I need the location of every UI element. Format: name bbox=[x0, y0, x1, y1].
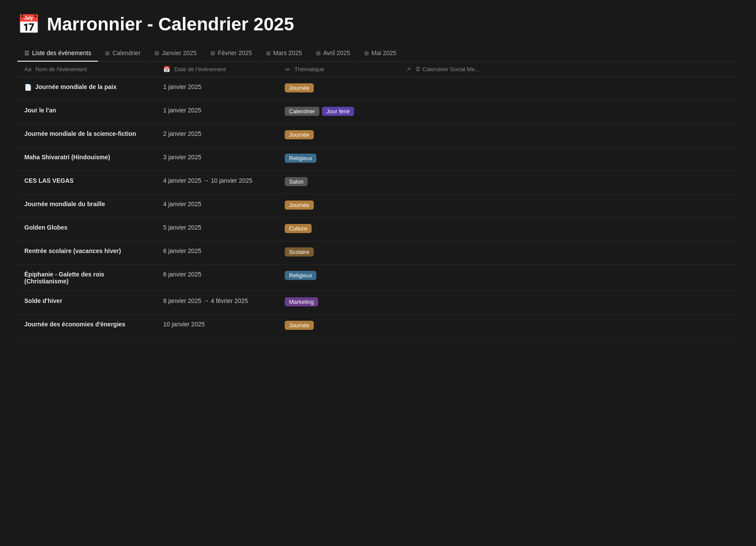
event-social-cell bbox=[399, 101, 739, 124]
event-social-cell bbox=[399, 171, 739, 194]
table-header-row: Aa Nom de l'événement 📅 Date de l'événem… bbox=[17, 62, 739, 77]
event-date-cell: 4 janvier 2025 → 10 janvier 2025 bbox=[156, 171, 278, 194]
tab-janvier[interactable]: ⊞ Janvier 2025 bbox=[148, 45, 204, 62]
tab-liste-icon: ☰ bbox=[24, 50, 30, 56]
tab-calendrier[interactable]: ⊞ Calendrier bbox=[98, 45, 148, 62]
tab-mai[interactable]: ⊞ Mai 2025 bbox=[357, 45, 404, 62]
badge-religieux: Religieux bbox=[285, 271, 316, 280]
col-header-thematique: ≔ Thématique bbox=[278, 62, 399, 77]
table-row[interactable]: Journée mondiale de la science-fiction2 … bbox=[17, 124, 739, 148]
badge-calendrier: Calendrier bbox=[285, 107, 319, 116]
events-table: Aa Nom de l'événement 📅 Date de l'événem… bbox=[17, 62, 739, 338]
event-name-cell: CES LAS VEGAS bbox=[17, 171, 156, 194]
header: 📅 Marronnier - Calendrier 2025 bbox=[17, 14, 739, 35]
event-name-text: Rentrée scolaire (vacances hiver) bbox=[24, 247, 121, 254]
event-social-cell bbox=[399, 241, 739, 265]
tabs-bar: ☰ Liste des événements ⊞ Calendrier ⊞ Ja… bbox=[17, 45, 739, 62]
badge-journee: Journée bbox=[285, 321, 314, 330]
table-row[interactable]: 📄Journée mondiale de la paix1 janvier 20… bbox=[17, 77, 739, 101]
tab-mai-icon: ⊞ bbox=[364, 50, 369, 56]
event-name: Journée mondiale du braille bbox=[24, 201, 149, 207]
tab-liste[interactable]: ☰ Liste des événements bbox=[17, 45, 98, 62]
event-name-text: Journée mondiale du braille bbox=[24, 201, 105, 207]
event-thematique-cell: Religieux bbox=[278, 265, 399, 291]
badge-journee: Journée bbox=[285, 201, 314, 210]
table-row[interactable]: Journée mondiale du braille4 janvier 202… bbox=[17, 194, 739, 218]
event-date-cell: 3 janvier 2025 bbox=[156, 148, 278, 171]
event-name-cell: 📄Journée mondiale de la paix bbox=[17, 77, 156, 101]
event-date-cell: 5 janvier 2025 bbox=[156, 218, 278, 241]
event-thematique-cell: Journée bbox=[278, 194, 399, 218]
badge-scolaire: Scolaire bbox=[285, 247, 314, 257]
table-row[interactable]: Journée des économies d'énergies10 janvi… bbox=[17, 315, 739, 338]
badge-jour-ferie: Jour férié bbox=[322, 107, 354, 116]
event-date-cell: 6 janvier 2025 bbox=[156, 241, 278, 265]
event-name: Épiphanie - Galette des rois (Christiani… bbox=[24, 271, 149, 285]
event-name: CES LAS VEGAS bbox=[24, 177, 149, 184]
event-date-cell: 6 janvier 2025 bbox=[156, 265, 278, 291]
event-name-cell: Solde d'hiver bbox=[17, 291, 156, 315]
tab-fevrier-label: Février 2025 bbox=[218, 49, 252, 56]
event-name-text: CES LAS VEGAS bbox=[24, 177, 74, 184]
table-row[interactable]: Rentrée scolaire (vacances hiver)6 janvi… bbox=[17, 241, 739, 265]
col-thematique-icon: ≔ bbox=[285, 66, 290, 72]
badge-journee: Journée bbox=[285, 130, 314, 139]
event-thematique-cell: Journée bbox=[278, 124, 399, 148]
event-name-cell: Journée mondiale de la science-fiction bbox=[17, 124, 156, 148]
event-thematique-cell: Religieux bbox=[278, 148, 399, 171]
event-thematique-cell: Marketing bbox=[278, 291, 399, 315]
events-table-container: Aa Nom de l'événement 📅 Date de l'événem… bbox=[17, 62, 739, 338]
event-name-cell: Épiphanie - Galette des rois (Christiani… bbox=[17, 265, 156, 291]
badge-culture: Culture bbox=[285, 224, 312, 233]
table-row[interactable]: Épiphanie - Galette des rois (Christiani… bbox=[17, 265, 739, 291]
event-social-cell bbox=[399, 124, 739, 148]
col-name-icon: Aa bbox=[24, 66, 31, 72]
event-thematique-cell: Salon bbox=[278, 171, 399, 194]
event-social-cell bbox=[399, 148, 739, 171]
event-date-cell: 2 janvier 2025 bbox=[156, 124, 278, 148]
tab-fevrier[interactable]: ⊞ Février 2025 bbox=[204, 45, 259, 62]
tab-mars[interactable]: ⊞ Mars 2025 bbox=[259, 45, 309, 62]
event-name-cell: Maha Shivaratri (Hindouisme) bbox=[17, 148, 156, 171]
badge-salon: Salon bbox=[285, 177, 308, 186]
table-row[interactable]: Golden Globes5 janvier 2025Culture bbox=[17, 218, 739, 241]
table-row[interactable]: CES LAS VEGAS4 janvier 2025 → 10 janvier… bbox=[17, 171, 739, 194]
event-social-cell bbox=[399, 315, 739, 338]
event-name-text: Journée des économies d'énergies bbox=[24, 321, 125, 328]
event-name-text: Golden Globes bbox=[24, 224, 68, 231]
event-name-text: Journée mondiale de la paix bbox=[35, 83, 117, 90]
tab-mai-label: Mai 2025 bbox=[371, 49, 397, 56]
col-social-icon: ↗ bbox=[406, 66, 411, 72]
badge-marketing: Marketing bbox=[285, 297, 318, 306]
event-name-text: Journée mondiale de la science-fiction bbox=[24, 130, 136, 137]
event-name: Journée mondiale de la science-fiction bbox=[24, 130, 149, 137]
tab-calendrier-icon: ⊞ bbox=[105, 50, 110, 56]
table-row[interactable]: Jour le l'an1 janvier 2025CalendrierJour… bbox=[17, 101, 739, 124]
event-thematique-cell: CalendrierJour férié bbox=[278, 101, 399, 124]
col-header-name: Aa Nom de l'événement bbox=[17, 62, 156, 77]
event-name: Journée des économies d'énergies bbox=[24, 321, 149, 328]
tab-mars-icon: ⊞ bbox=[266, 50, 271, 56]
tab-mars-label: Mars 2025 bbox=[273, 49, 302, 56]
event-thematique-cell: Journée bbox=[278, 315, 399, 338]
tab-liste-label: Liste des événements bbox=[32, 49, 91, 56]
event-name-text: Jour le l'an bbox=[24, 107, 56, 114]
event-name-cell: Jour le l'an bbox=[17, 101, 156, 124]
table-row[interactable]: Maha Shivaratri (Hindouisme)3 janvier 20… bbox=[17, 148, 739, 171]
doc-icon: 📄 bbox=[24, 84, 32, 91]
col-header-date: 📅 Date de l'événement bbox=[156, 62, 278, 77]
badge-religieux: Religieux bbox=[285, 154, 316, 163]
table-row[interactable]: Solde d'hiver8 janvier 2025 → 4 février … bbox=[17, 291, 739, 315]
event-date-cell: 4 janvier 2025 bbox=[156, 194, 278, 218]
event-date-cell: 8 janvier 2025 → 4 février 2025 bbox=[156, 291, 278, 315]
col-date-icon: 📅 bbox=[163, 66, 170, 72]
event-date-cell: 1 janvier 2025 bbox=[156, 77, 278, 101]
app-container: 📅 Marronnier - Calendrier 2025 ☰ Liste d… bbox=[0, 0, 756, 338]
event-name-text: Maha Shivaratri (Hindouisme) bbox=[24, 154, 110, 161]
tab-avril-label: Avril 2025 bbox=[323, 49, 350, 56]
tab-avril[interactable]: ⊞ Avril 2025 bbox=[309, 45, 357, 62]
event-name: Solde d'hiver bbox=[24, 297, 149, 304]
event-name-text: Épiphanie - Galette des rois (Christiani… bbox=[24, 271, 149, 285]
page-title: Marronnier - Calendrier 2025 bbox=[47, 14, 294, 35]
col-header-social: ↗ 🗓 Calendrier Social Me... bbox=[399, 62, 739, 77]
